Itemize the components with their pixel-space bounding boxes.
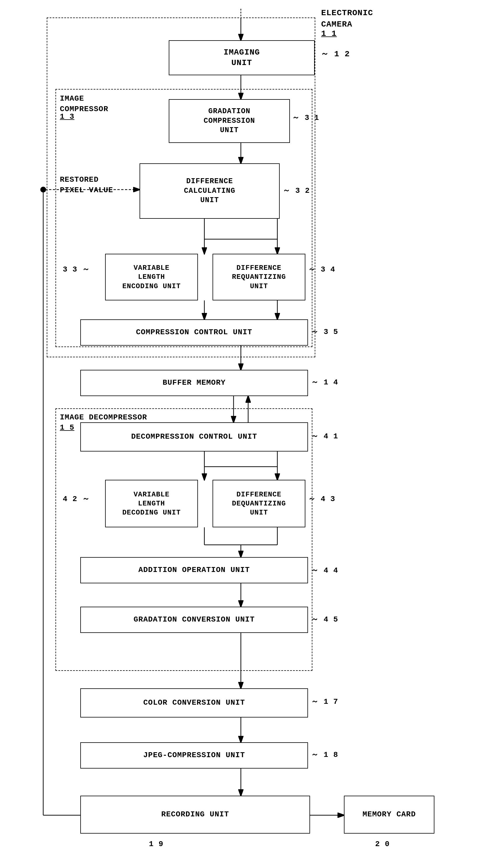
- decompression-control-ref: ～ 4 1: [311, 432, 338, 442]
- restored-pixel-value-label: RESTOREDPIXEL VALUE: [60, 175, 113, 196]
- gradation-compression-unit-block: GRADATIONCOMPRESSIONUNIT: [169, 99, 290, 143]
- image-compressor-ref: 1 3: [60, 112, 75, 122]
- svg-point-8: [40, 187, 46, 192]
- memory-card-ref: 2 0: [375, 839, 390, 849]
- recording-unit-block: RECORDING UNIT: [80, 796, 310, 834]
- diagram: ELECTRONICCAMERA 1 1 IMAGINGUNIT ～ 1 2 I…: [0, 0, 482, 868]
- difference-calculating-ref: ～ 3 2: [283, 186, 310, 196]
- difference-requantizing-ref: ～ 3 4: [308, 265, 335, 275]
- difference-dequantizing-block: DIFFERENCEDEQUANTIZINGUNIT: [212, 480, 305, 527]
- gradation-compression-ref: ～ 3 1: [292, 113, 319, 123]
- image-decompressor-ref: 1 5: [60, 423, 75, 433]
- image-decompressor-label: IMAGE DECOMPRESSOR: [60, 413, 147, 423]
- jpeg-compression-unit-block: JPEG-COMPRESSION UNIT: [80, 742, 308, 769]
- difference-calculating-unit-block: DIFFERENCECALCULATINGUNIT: [140, 163, 280, 219]
- addition-operation-unit-block: ADDITION OPERATION UNIT: [80, 557, 308, 583]
- electronic-camera-ref: 1 1: [321, 29, 337, 39]
- buffer-memory-ref: ～ 1 4: [311, 378, 338, 388]
- memory-card-block: MEMORY CARD: [344, 796, 434, 834]
- jpeg-compression-ref: ～ 1 8: [311, 750, 338, 760]
- gradation-conversion-ref: ～ 4 5: [311, 615, 338, 625]
- recording-unit-ref: 1 9: [149, 839, 164, 849]
- gradation-conversion-unit-block: GRADATION CONVERSION UNIT: [80, 607, 308, 633]
- compression-control-ref: ～ 3 5: [311, 327, 338, 337]
- compression-control-unit-block: COMPRESSION CONTROL UNIT: [80, 319, 308, 346]
- decompression-control-unit-block: DECOMPRESSION CONTROL UNIT: [80, 422, 308, 452]
- variable-length-decoding-block: VARIABLELENGTHDECODING UNIT: [105, 480, 198, 527]
- variable-decoding-ref: 4 2 ～: [63, 494, 90, 504]
- difference-requantizing-block: DIFFERENCEREQUANTIZINGUNIT: [212, 254, 305, 301]
- variable-encoding-ref: 3 3 ～: [63, 265, 90, 275]
- difference-dequantizing-ref: ～ 4 3: [308, 494, 335, 504]
- imaging-unit-ref: ～ 1 2: [320, 49, 350, 60]
- color-conversion-unit-block: COLOR CONVERSION UNIT: [80, 688, 308, 717]
- electronic-camera-label: ELECTRONICCAMERA: [321, 7, 373, 30]
- addition-operation-ref: ～ 4 4: [311, 566, 338, 576]
- variable-length-encoding-block: VARIABLELENGTHENCODING UNIT: [105, 254, 198, 301]
- buffer-memory-block: BUFFER MEMORY: [80, 370, 308, 396]
- color-conversion-ref: ～ 1 7: [311, 697, 338, 707]
- image-compressor-label: IMAGECOMPRESSOR: [60, 93, 108, 115]
- imaging-unit-block: IMAGINGUNIT: [169, 40, 315, 75]
